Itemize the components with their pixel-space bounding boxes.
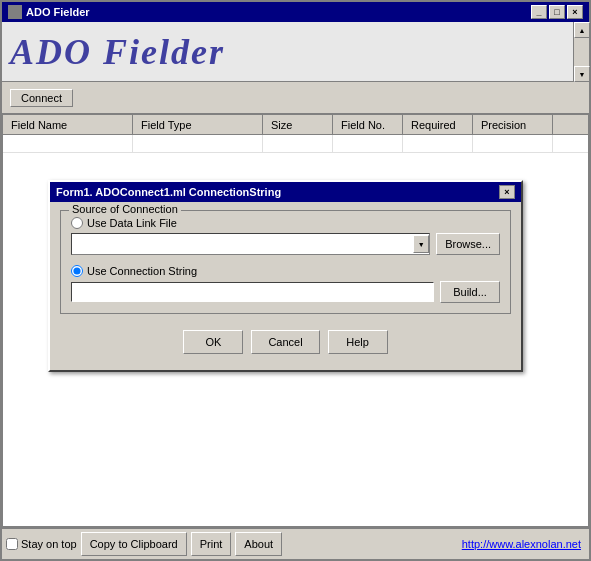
dialog-title: Form1. ADOConnect1.ml ConnectionString — [56, 186, 281, 198]
help-button[interactable]: Help — [328, 330, 388, 354]
data-link-combo[interactable]: ▼ — [71, 233, 430, 255]
data-link-radio-row: Use Data Link File — [71, 217, 500, 229]
main-window: ADO Fielder _ □ × ADO Fielder ▲ ▼ Connec… — [0, 0, 591, 561]
data-link-input-row: ▼ Browse... — [71, 233, 500, 255]
ok-button[interactable]: OK — [183, 330, 243, 354]
conn-string-label: Use Connection String — [87, 265, 197, 277]
conn-string-radio[interactable] — [71, 265, 83, 277]
data-link-label: Use Data Link File — [87, 217, 177, 229]
conn-string-input-row: Build... — [71, 281, 500, 303]
connection-string-dialog: Form1. ADOConnect1.ml ConnectionString ×… — [48, 180, 523, 372]
dialog-body: Source of Connection Use Data Link File … — [50, 202, 521, 370]
connection-string-input[interactable] — [71, 282, 434, 302]
dialog-footer: OK Cancel Help — [60, 324, 511, 362]
source-group-box: Source of Connection Use Data Link File … — [60, 210, 511, 314]
combo-dropdown-arrow[interactable]: ▼ — [413, 235, 429, 253]
build-button[interactable]: Build... — [440, 281, 500, 303]
modal-overlay: Form1. ADOConnect1.ml ConnectionString ×… — [0, 0, 591, 561]
browse-button[interactable]: Browse... — [436, 233, 500, 255]
dialog-title-bar: Form1. ADOConnect1.ml ConnectionString × — [50, 182, 521, 202]
cancel-button[interactable]: Cancel — [251, 330, 319, 354]
conn-string-radio-row: Use Connection String — [71, 265, 500, 277]
group-box-title: Source of Connection — [69, 203, 181, 215]
data-link-radio[interactable] — [71, 217, 83, 229]
dialog-close-button[interactable]: × — [499, 185, 515, 199]
